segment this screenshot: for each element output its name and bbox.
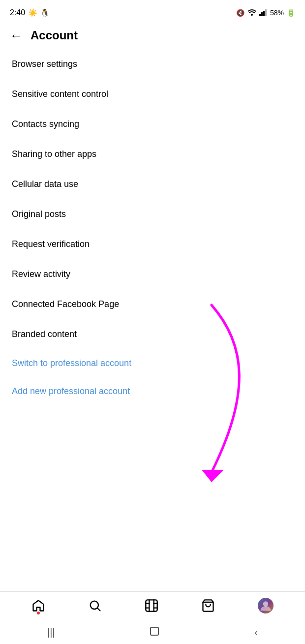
svg-rect-8	[146, 600, 157, 611]
svg-rect-11	[151, 627, 158, 635]
menu-item-switch-professional[interactable]: Switch to professional account	[0, 349, 305, 377]
brightness-icon: ☀️	[28, 8, 37, 17]
menu-item-branded-content[interactable]: Branded content	[0, 319, 305, 349]
profile-avatar	[258, 598, 274, 613]
shop-icon	[201, 599, 215, 613]
status-icons: 🔇 58% 🔋	[236, 9, 295, 17]
reels-icon	[145, 599, 158, 613]
search-icon	[88, 599, 102, 613]
svg-point-10	[263, 601, 269, 607]
menu-item-sharing-apps[interactable]: Sharing to other apps	[0, 139, 305, 169]
page-title: Account	[30, 29, 78, 42]
nav-reels[interactable]	[145, 599, 158, 613]
menu-item-cellular-data[interactable]: Cellular data use	[0, 169, 305, 199]
svg-rect-1	[259, 14, 261, 16]
menu-item-browser-settings[interactable]: Browser settings	[0, 49, 305, 79]
nav-profile[interactable]	[258, 598, 274, 613]
menu-item-connected-facebook[interactable]: Connected Facebook Page	[0, 289, 305, 319]
status-bar: 2:40 ☀️ 🐧 🔇 58% 🔋	[0, 0, 305, 24]
battery-icon: 🔋	[287, 9, 295, 17]
menu-item-original-posts[interactable]: Original posts	[0, 199, 305, 229]
home-icon	[31, 599, 45, 613]
menu-item-sensitive-content[interactable]: Sensitive content control	[0, 79, 305, 109]
battery-text: 58%	[270, 9, 284, 17]
menu-item-review-activity[interactable]: Review activity	[0, 259, 305, 289]
nav-shop[interactable]	[201, 599, 215, 613]
wifi-icon	[247, 9, 256, 17]
android-nav-bar: ||| ‹	[0, 620, 305, 644]
menu-item-contacts-syncing[interactable]: Contacts syncing	[0, 109, 305, 139]
svg-line-7	[97, 608, 100, 611]
page-header: ← Account	[0, 24, 305, 49]
svg-rect-3	[263, 11, 265, 16]
menu-item-request-verification[interactable]: Request verification	[0, 229, 305, 259]
menu-item-add-professional[interactable]: Add new professional account	[0, 377, 305, 405]
mute-icon: 🔇	[236, 9, 244, 17]
svg-marker-5	[202, 470, 224, 482]
svg-rect-2	[261, 12, 263, 16]
bottom-navigation	[0, 591, 305, 619]
status-time: 2:40 ☀️ 🐧	[10, 8, 50, 17]
svg-rect-4	[265, 9, 267, 16]
signal-icon	[259, 9, 267, 17]
home-active-dot	[37, 612, 40, 614]
dnd-icon: 🐧	[40, 8, 50, 17]
android-home-button[interactable]	[149, 626, 160, 639]
settings-menu: Browser settings Sensitive content contr…	[0, 49, 305, 405]
nav-home[interactable]	[31, 599, 45, 613]
back-button[interactable]: ←	[10, 29, 23, 42]
nav-search[interactable]	[88, 599, 102, 613]
android-recent-button[interactable]: |||	[47, 627, 55, 638]
svg-point-0	[251, 14, 253, 16]
android-back-button[interactable]: ‹	[254, 627, 258, 638]
